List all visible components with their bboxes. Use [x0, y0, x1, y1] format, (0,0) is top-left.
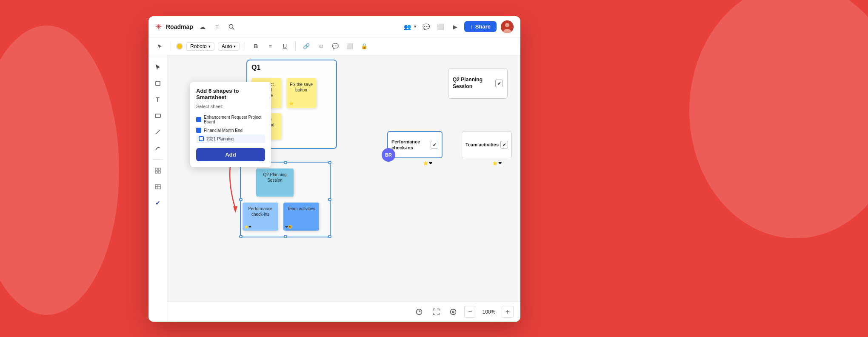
- toolbar-sep-3: [295, 42, 296, 51]
- sticky-team-emoji: ❤😊: [285, 225, 292, 229]
- title-bar: ✳ Roadmap ☁ ≡ 👥 ▾ 💬 ⬜ ▶ ↑ Share: [148, 16, 520, 37]
- title-bar-right: 👥 ▾ 💬 ⬜ ▶ ↑ Share: [402, 20, 514, 33]
- tool-rect[interactable]: [151, 109, 165, 123]
- svg-point-20: [452, 311, 454, 313]
- link-btn[interactable]: 🔗: [301, 41, 312, 52]
- performance-check-box[interactable]: Performance check-ins ✔: [387, 131, 443, 158]
- content-area: T: [148, 55, 520, 322]
- app-title: Roadmap: [166, 23, 193, 30]
- tool-connector[interactable]: [151, 141, 165, 155]
- present-icon[interactable]: ⬜: [435, 22, 445, 32]
- history-icon[interactable]: [413, 306, 425, 318]
- menu-icon[interactable]: ≡: [212, 22, 222, 32]
- q2-check-icon[interactable]: ✔: [495, 80, 503, 87]
- sheet-name-2: Financial Month End: [204, 128, 243, 133]
- app-window: ✳ Roadmap ☁ ≡ 👥 ▾ 💬 ⬜ ▶ ↑ Share: [148, 16, 520, 322]
- underline-btn[interactable]: U: [279, 41, 290, 52]
- sticky-fix-save[interactable]: Fix the save button ⭐: [286, 78, 316, 108]
- sheet-item-3[interactable]: 2021 Planning: [196, 134, 265, 143]
- sidebar-sep-1: [153, 159, 163, 160]
- team-check-icon[interactable]: ✔: [500, 141, 508, 149]
- collab-dropdown[interactable]: ▾: [414, 24, 417, 29]
- svg-rect-8: [155, 168, 157, 170]
- zoom-out-btn[interactable]: −: [464, 306, 476, 318]
- performance-check-text: Performance check-ins: [391, 139, 431, 151]
- sticky-q2-text: Q2 Planning Session: [260, 172, 290, 183]
- svg-rect-9: [158, 168, 160, 170]
- tool-smartsheet[interactable]: ✔: [151, 196, 165, 210]
- tool-frame[interactable]: [151, 77, 165, 90]
- font-size: Auto: [222, 43, 232, 49]
- sticky-perf-emoji: ⭐❤: [244, 225, 251, 229]
- font-size-selector[interactable]: Auto ▾: [218, 42, 240, 51]
- q2-planning-box[interactable]: Q2 Planning Session ✔: [448, 68, 508, 99]
- br-avatar: BR: [382, 148, 395, 162]
- tool-grid[interactable]: [151, 164, 165, 177]
- search-icon[interactable]: [226, 22, 237, 32]
- sheet-icon-2: [196, 128, 201, 133]
- bottom-frame: Q2 Planning Session Performance check-in…: [240, 162, 331, 237]
- sheet-item-1[interactable]: Enhancement Request Project Board: [196, 113, 265, 126]
- zoom-in-btn[interactable]: +: [502, 306, 514, 318]
- sticky-team-activities[interactable]: Team activities ❤😊: [283, 203, 319, 231]
- bg-blob-left: [0, 26, 119, 315]
- lock-btn[interactable]: 🔒: [359, 41, 370, 52]
- team-star: ⭐: [492, 161, 497, 166]
- team-heart: ❤: [498, 161, 502, 166]
- logo-star: ✳: [155, 22, 162, 31]
- fullscreen-icon[interactable]: [430, 306, 442, 318]
- comment-btn[interactable]: 💬: [330, 41, 341, 52]
- cloud-icon[interactable]: ☁: [197, 22, 208, 32]
- team-reactions: ⭐ ❤: [492, 161, 502, 166]
- team-activities-box[interactable]: Team activities ✔: [462, 131, 512, 158]
- bg-blob-right: [689, 0, 868, 238]
- bold-btn[interactable]: B: [250, 41, 261, 52]
- sticky-performance-text: Performance check-ins: [246, 206, 275, 217]
- tool-text[interactable]: T: [151, 93, 165, 106]
- popup-title: Add 6 shapes to Smartsheet: [196, 88, 265, 100]
- sticky-emoji-2: ⭐: [289, 101, 294, 106]
- tool-table[interactable]: [151, 180, 165, 194]
- video-icon[interactable]: ▶: [450, 22, 460, 32]
- emoji-btn[interactable]: ☺: [315, 41, 326, 52]
- handle-tr[interactable]: [328, 161, 331, 164]
- handle-bm[interactable]: [284, 235, 287, 238]
- user-avatar: [501, 20, 514, 33]
- font-selector[interactable]: Roboto ▾: [186, 42, 214, 51]
- collab-icon[interactable]: 👥: [402, 22, 412, 32]
- perf-check-icon[interactable]: ✔: [431, 141, 438, 149]
- toolbar-sep-2: [245, 42, 245, 51]
- sheet-name-1: Enhancement Request Project Board: [204, 115, 265, 124]
- font-name: Roboto: [190, 43, 207, 49]
- image-btn[interactable]: ⬜: [344, 41, 355, 52]
- align-btn[interactable]: ≡: [265, 41, 276, 52]
- team-activities-text: Team activities: [465, 142, 499, 148]
- comment-icon[interactable]: 💬: [421, 22, 431, 32]
- color-picker[interactable]: [176, 43, 183, 50]
- sheet-item-2[interactable]: Financial Month End: [196, 126, 265, 134]
- share-button[interactable]: ↑ Share: [464, 21, 497, 32]
- canvas-area[interactable]: Add 6 shapes to Smartsheet Select sheet:…: [167, 55, 520, 322]
- sheet-name-3: 2021 Planning: [206, 137, 234, 141]
- cursor-tool[interactable]: [154, 41, 166, 52]
- font-dropdown-icon: ▾: [208, 44, 211, 49]
- handle-br-corner[interactable]: [328, 235, 331, 238]
- handle-bl[interactable]: [239, 235, 243, 238]
- popup-subtitle: Select sheet:: [196, 104, 265, 109]
- add-button[interactable]: Add: [196, 148, 265, 161]
- handle-tm[interactable]: [284, 161, 287, 164]
- sticky-performance[interactable]: Performance check-ins ⭐❤: [243, 203, 278, 231]
- sticky-q2-planning[interactable]: Q2 Planning Session: [256, 168, 294, 197]
- svg-point-3: [505, 23, 509, 27]
- tool-cursor[interactable]: [151, 60, 165, 74]
- perf-reactions: ⭐ ❤: [423, 161, 432, 166]
- handle-mr[interactable]: [328, 198, 331, 201]
- target-icon[interactable]: [447, 306, 459, 318]
- left-sidebar: T: [148, 55, 167, 322]
- handle-ml[interactable]: [239, 198, 243, 201]
- sheet-icon-3: [199, 136, 204, 141]
- zoom-level: 100%: [481, 309, 497, 315]
- sticky-team-text: Team activities: [287, 206, 316, 211]
- tool-line[interactable]: [151, 125, 165, 139]
- toolbar: Roboto ▾ Auto ▾ B ≡ U 🔗 ☺ 💬 ⬜ 🔒: [148, 37, 520, 55]
